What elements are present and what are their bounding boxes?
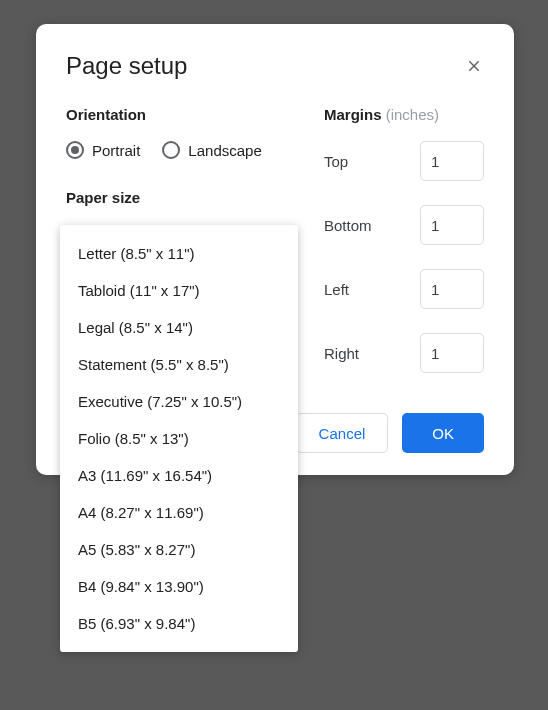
margin-left-row: Left <box>324 269 484 309</box>
margins-label: Margins (inches) <box>324 106 484 123</box>
orientation-landscape-radio[interactable]: Landscape <box>162 141 261 159</box>
orientation-portrait-radio[interactable]: Portrait <box>66 141 140 159</box>
paper-size-option[interactable]: Tabloid (11" x 17") <box>60 272 298 309</box>
paper-size-option[interactable]: Statement (5.5" x 8.5") <box>60 346 298 383</box>
margin-bottom-input[interactable] <box>420 205 484 245</box>
orientation-portrait-label: Portrait <box>92 142 140 159</box>
cancel-button[interactable]: Cancel <box>296 413 389 453</box>
paper-size-option[interactable]: Letter (8.5" x 11") <box>60 235 298 272</box>
margin-top-row: Top <box>324 141 484 181</box>
margin-right-row: Right <box>324 333 484 373</box>
paper-size-option[interactable]: Legal (8.5" x 14") <box>60 309 298 346</box>
margin-left-label: Left <box>324 281 349 298</box>
orientation-radio-group: Portrait Landscape <box>66 141 294 159</box>
close-icon <box>466 58 482 74</box>
paper-size-dropdown[interactable]: Letter (8.5" x 11") Tabloid (11" x 17") … <box>60 225 298 652</box>
dialog-title: Page setup <box>66 52 187 80</box>
margin-right-label: Right <box>324 345 359 362</box>
orientation-label: Orientation <box>66 106 294 123</box>
paper-size-option[interactable]: B5 (6.93" x 9.84") <box>60 605 298 642</box>
paper-size-option[interactable]: B4 (9.84" x 13.90") <box>60 568 298 605</box>
paper-size-option[interactable]: A5 (5.83" x 8.27") <box>60 531 298 568</box>
margin-right-input[interactable] <box>420 333 484 373</box>
orientation-landscape-label: Landscape <box>188 142 261 159</box>
margin-top-input[interactable] <box>420 141 484 181</box>
paper-size-option[interactable]: Folio (8.5" x 13") <box>60 420 298 457</box>
margin-top-label: Top <box>324 153 348 170</box>
paper-size-label: Paper size <box>66 189 294 206</box>
ok-button[interactable]: OK <box>402 413 484 453</box>
paper-size-option[interactable]: A3 (11.69" x 16.54") <box>60 457 298 494</box>
radio-icon <box>66 141 84 159</box>
margin-left-input[interactable] <box>420 269 484 309</box>
paper-size-option[interactable]: A4 (8.27" x 11.69") <box>60 494 298 531</box>
paper-size-option[interactable]: Executive (7.25" x 10.5") <box>60 383 298 420</box>
close-button[interactable] <box>464 56 484 76</box>
margins-label-text: Margins <box>324 106 382 123</box>
margins-unit: (inches) <box>386 106 439 123</box>
margin-bottom-label: Bottom <box>324 217 372 234</box>
radio-icon <box>162 141 180 159</box>
dialog-header: Page setup <box>66 52 484 80</box>
right-column: Margins (inches) Top Bottom Left Right <box>324 106 484 397</box>
margin-bottom-row: Bottom <box>324 205 484 245</box>
